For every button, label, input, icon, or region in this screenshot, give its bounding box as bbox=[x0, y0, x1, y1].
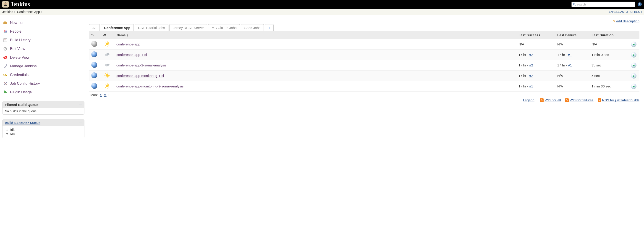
collapse-icon[interactable]: — bbox=[79, 103, 82, 106]
col-last-duration[interactable]: Last Duration bbox=[589, 31, 628, 39]
enable-auto-refresh-link[interactable]: ENABLE AUTO REFRESH bbox=[609, 10, 642, 14]
col-status[interactable]: S bbox=[89, 31, 100, 39]
header: Jenkins ? bbox=[0, 0, 644, 9]
svg-rect-5 bbox=[4, 22, 7, 24]
people-icon bbox=[3, 29, 8, 34]
legend-link[interactable]: Legend bbox=[523, 98, 534, 102]
add-desc-row: ✎add description bbox=[89, 17, 640, 24]
tab-plus[interactable]: + bbox=[265, 24, 274, 31]
col-name[interactable]: Name ↓ bbox=[114, 31, 516, 39]
help-icon[interactable]: ? bbox=[638, 2, 642, 6]
tabs: All Conference App DSL Tutorial Jobs Jer… bbox=[89, 24, 640, 31]
sidebar-label[interactable]: Credentials bbox=[10, 73, 28, 77]
sidebar-item-credentials[interactable]: Credentials bbox=[2, 70, 84, 79]
breadcrumb-sep-icon: ▸ bbox=[41, 10, 42, 13]
svg-line-33 bbox=[105, 45, 106, 46]
tools-icon bbox=[3, 81, 8, 86]
executor-num: 2 bbox=[5, 132, 8, 136]
build-link[interactable]: #2 bbox=[530, 53, 533, 56]
search-input[interactable] bbox=[577, 3, 634, 6]
sidebar-item-manage[interactable]: Manage Jenkins bbox=[2, 62, 84, 70]
icon-size-s[interactable]: S bbox=[100, 93, 102, 97]
status-ball-icon bbox=[91, 41, 97, 47]
table-row: conference-app-monitoring-1-ci17 hr - #2… bbox=[89, 70, 640, 81]
sidebar-label[interactable]: Manage Jenkins bbox=[10, 64, 37, 68]
svg-line-34 bbox=[108, 42, 109, 43]
col-weather[interactable]: W bbox=[100, 31, 114, 39]
svg-line-44 bbox=[105, 73, 106, 74]
table-row: conference-appN/AN/AN/A▸ bbox=[89, 39, 640, 50]
sidebar-item-delete-view[interactable]: Delete View bbox=[2, 53, 84, 62]
schedule-build-icon[interactable]: ▸ bbox=[631, 52, 636, 58]
sidebar-item-job-config[interactable]: Job Config History bbox=[2, 79, 84, 88]
build-link[interactable]: #1 bbox=[568, 53, 572, 56]
gear-icon bbox=[3, 46, 8, 51]
last-duration: 1 min 36 sec bbox=[589, 81, 628, 92]
svg-point-39 bbox=[106, 74, 109, 77]
tab-mb-github[interactable]: MB GitHub Jobs bbox=[208, 24, 240, 31]
table-header-row: S W Name ↓ Last Success Last Failure Las… bbox=[89, 31, 640, 39]
sidebar-item-plugin[interactable]: Plugin Usage bbox=[2, 88, 84, 96]
breadcrumb-sep-icon: ▸ bbox=[14, 10, 16, 13]
schedule-build-icon[interactable]: ▸ bbox=[631, 73, 636, 78]
tab-all[interactable]: All bbox=[89, 24, 100, 31]
last-failure: 17 hr - #1 bbox=[555, 50, 589, 60]
build-link[interactable]: #2 bbox=[530, 74, 533, 78]
sidebar-item-new-item[interactable]: New Item bbox=[2, 18, 84, 27]
last-success: 17 hr - #2 bbox=[516, 50, 555, 60]
svg-line-53 bbox=[105, 84, 106, 85]
job-name-link[interactable]: conference-app-monitoring-2-sonar-analys… bbox=[116, 84, 184, 88]
sidebar-label[interactable]: Edit View bbox=[10, 47, 25, 51]
executor-row: 1 Idle bbox=[5, 128, 82, 132]
sidebar-label[interactable]: New Item bbox=[10, 21, 26, 25]
rss-latest-link[interactable]: RSS for just latest builds bbox=[602, 98, 640, 102]
job-name-link[interactable]: conference-app-1-ci bbox=[116, 53, 147, 56]
jenkins-logo-icon[interactable] bbox=[2, 1, 9, 8]
job-name-link[interactable]: conference-app-monitoring-1-ci bbox=[116, 74, 164, 78]
pane-header: Build Executor Status — bbox=[2, 120, 84, 126]
sidebar-item-people[interactable]: People bbox=[2, 27, 84, 36]
executor-status: Idle bbox=[10, 128, 16, 132]
svg-rect-24 bbox=[6, 92, 6, 93]
collapse-icon[interactable]: — bbox=[79, 121, 82, 125]
build-link[interactable]: #1 bbox=[568, 63, 572, 67]
add-description-link[interactable]: add description bbox=[616, 19, 640, 23]
tab-dsl[interactable]: DSL Tutorial Jobs bbox=[135, 24, 168, 31]
pane-body: 1 Idle 2 Idle bbox=[2, 126, 84, 138]
build-link[interactable]: #1 bbox=[530, 84, 533, 88]
tab-conference-app[interactable]: Conference App bbox=[101, 24, 134, 31]
icon-size-m[interactable]: M bbox=[104, 93, 106, 97]
app-name[interactable]: Jenkins bbox=[10, 1, 30, 8]
breadcrumb-item[interactable]: Jenkins bbox=[2, 10, 13, 14]
sidebar-label[interactable]: Delete View bbox=[10, 56, 30, 60]
sidebar-item-edit-view[interactable]: Edit View bbox=[2, 44, 84, 53]
svg-point-26 bbox=[106, 42, 109, 45]
sidebar-label[interactable]: People bbox=[10, 30, 22, 34]
job-name-link[interactable]: conference-app-2-sonar-analysis bbox=[116, 63, 166, 67]
schedule-build-icon[interactable]: ▸ bbox=[631, 84, 636, 89]
icon-size-l: L bbox=[108, 93, 110, 97]
build-link[interactable]: #2 bbox=[530, 63, 533, 67]
sidebar-item-build-history[interactable]: Build History bbox=[2, 36, 84, 44]
col-last-failure[interactable]: Last Failure bbox=[555, 31, 589, 39]
svg-rect-8 bbox=[4, 32, 7, 33]
svg-line-46 bbox=[105, 76, 106, 78]
breadcrumb-item[interactable]: Conference App bbox=[17, 10, 40, 14]
rss-failures-link[interactable]: RSS for failures bbox=[570, 98, 594, 102]
search-box[interactable] bbox=[572, 2, 635, 7]
col-last-success[interactable]: Last Success bbox=[516, 31, 555, 39]
svg-line-45 bbox=[108, 76, 109, 78]
tab-seed[interactable]: Seed Jobs bbox=[241, 24, 264, 31]
header-left: Jenkins bbox=[2, 1, 30, 8]
rss-all-link[interactable]: RSS for all bbox=[544, 98, 561, 102]
new-item-icon bbox=[3, 20, 8, 25]
schedule-build-icon[interactable]: ▸ bbox=[631, 62, 636, 68]
tab-jersey[interactable]: Jersey REST Server bbox=[169, 24, 207, 31]
job-name-link[interactable]: conference-app bbox=[116, 42, 140, 46]
sidebar-label[interactable]: Plugin Usage bbox=[10, 90, 32, 94]
schedule-build-icon[interactable]: ▸ bbox=[631, 42, 636, 47]
sidebar-label[interactable]: Build History bbox=[10, 38, 30, 42]
search-icon bbox=[573, 3, 576, 6]
sidebar-label[interactable]: Job Config History bbox=[10, 82, 40, 86]
executor-title-link[interactable]: Build Executor Status bbox=[5, 121, 40, 125]
